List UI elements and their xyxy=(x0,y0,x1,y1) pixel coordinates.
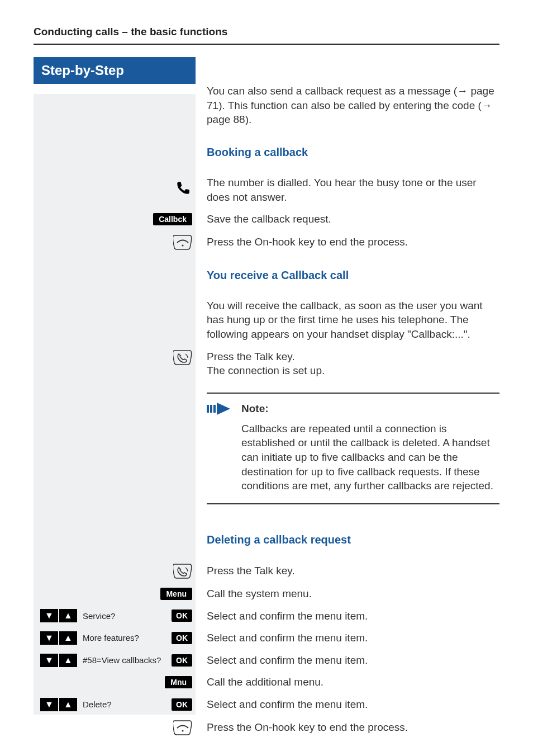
arrow-down-icon: ▼ xyxy=(40,631,58,645)
menu-softkey[interactable]: Menu xyxy=(160,588,192,600)
arrow-up-icon: ▲ xyxy=(59,631,77,645)
menu-item-more-features-text: Select and confirm the menu item. xyxy=(196,631,499,645)
arrow-up-icon: ▲ xyxy=(59,654,77,667)
deleting-talk-text: Press the Talk key. xyxy=(196,564,499,578)
note-block: Note: Callbacks are repeated until a con… xyxy=(207,393,499,504)
running-head: Conducting calls – the basic functions xyxy=(34,26,499,45)
ok-button[interactable]: OK xyxy=(172,632,192,644)
onhook-key-icon xyxy=(173,234,192,250)
menu-item-delete: Delete? xyxy=(83,700,166,709)
intro-text: You can also send a callback request as … xyxy=(196,84,499,127)
page: Conducting calls – the basic functions S… xyxy=(0,0,533,756)
onhook-key-icon-2 xyxy=(173,720,192,735)
note-heading: Note: xyxy=(241,401,499,416)
booking-onhook-text: Press the On-hook key to end the process… xyxy=(196,235,499,249)
menu-item-delete-text: Select and confirm the menu item. xyxy=(196,697,499,712)
booking-save-text: Save the callback request. xyxy=(196,212,499,226)
arrow-down-icon: ▼ xyxy=(40,609,58,622)
section-booking-title: Booking a callback xyxy=(207,145,499,160)
svg-rect-3 xyxy=(213,405,216,413)
handset-icon xyxy=(175,181,192,199)
step-by-step-banner: Step-by-Step xyxy=(34,57,196,84)
receive-talk-text: Press the Talk key. The connection is se… xyxy=(196,349,499,378)
nav-arrows[interactable]: ▼ ▲ xyxy=(40,698,77,711)
menu-item-view-callbacks-text: Select and confirm the menu item. xyxy=(196,653,499,668)
ok-button[interactable]: OK xyxy=(172,609,192,622)
nav-arrows[interactable]: ▼ ▲ xyxy=(40,609,77,622)
note-body-text: Callbacks are repeated until a connectio… xyxy=(241,422,499,493)
mnu-softkey[interactable]: Mnu xyxy=(165,676,192,688)
svg-rect-1 xyxy=(207,405,209,413)
nav-arrows[interactable]: ▼ ▲ xyxy=(40,631,77,645)
menu-item-more-features: More features? xyxy=(83,633,166,642)
talk-key-icon xyxy=(173,349,192,365)
section-receive-title: You receive a Callback call xyxy=(207,268,499,283)
deleting-onhook-text: Press the On-hook key to end the process… xyxy=(196,720,499,735)
arrow-up-icon: ▲ xyxy=(59,609,77,622)
menu-item-service-text: Select and confirm the menu item. xyxy=(196,609,499,623)
menu-item-view-callbacks: #58=View callbacks? xyxy=(83,655,166,665)
arrow-down-icon: ▼ xyxy=(40,654,58,667)
section-deleting-title: Deleting a callback request xyxy=(207,532,499,547)
talk-key-icon-2 xyxy=(173,563,192,579)
receive-intro-text: You will receive the callback, as soon a… xyxy=(196,299,499,342)
arrow-up-icon: ▲ xyxy=(59,698,77,711)
ok-button[interactable]: OK xyxy=(172,698,192,711)
callbck-softkey[interactable]: Callbck xyxy=(153,213,192,225)
menu-item-service: Service? xyxy=(83,611,166,621)
booking-dial-text: The number is dialled. You hear the busy… xyxy=(196,176,499,204)
nav-arrows[interactable]: ▼ ▲ xyxy=(40,654,77,667)
note-arrow-icon xyxy=(207,401,234,493)
deleting-mnu-text: Call the additional menu. xyxy=(196,675,499,689)
ok-button[interactable]: OK xyxy=(172,654,192,667)
deleting-menu-text: Call the system menu. xyxy=(196,587,499,601)
arrow-down-icon: ▼ xyxy=(40,698,58,711)
svg-rect-2 xyxy=(210,405,212,413)
